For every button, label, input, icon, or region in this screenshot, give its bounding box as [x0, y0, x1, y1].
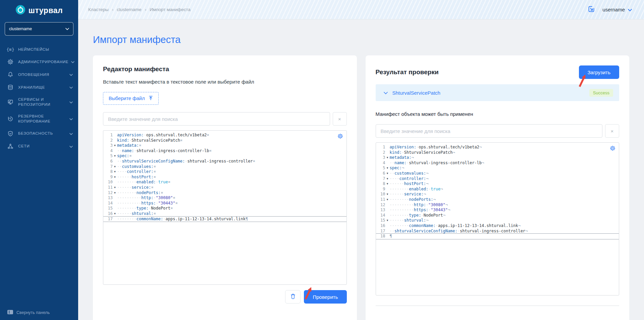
fold-arrow-icon[interactable]: ▾ — [385, 166, 390, 171]
code-line[interactable]: 6▾··customvalues:¬ — [376, 171, 619, 176]
code-line[interactable]: 16▾······shturval:¤ — [103, 211, 346, 217]
code-line[interactable]: 7▾··customvalues:¤ — [103, 164, 346, 170]
code-line[interactable]: 4··name:·shturval-ingress-controller-lb¬ — [376, 161, 619, 166]
line-number: 2 — [376, 150, 385, 155]
code-line[interactable]: 11▾········nodePorts:¬ — [376, 197, 619, 202]
code-text: ····controller:¬ — [390, 176, 619, 182]
result-clear-search-button[interactable]: × — [605, 124, 619, 138]
code-line[interactable]: 14········type:·NodePort¬ — [376, 213, 619, 218]
fold-arrow-icon[interactable]: ▾ — [385, 218, 390, 223]
code-line[interactable]: 8▾······hostPort:¬ — [376, 181, 619, 187]
fold-arrow-icon[interactable]: ▾ — [113, 190, 117, 196]
code-line[interactable]: 2kind:·ShturvalServicePatch¬ — [376, 150, 619, 155]
code-line[interactable]: 15▾······shturval:¬ — [376, 218, 619, 223]
sidebar-item-security[interactable]: БЕЗОПАСНОСТЬ — [0, 128, 78, 139]
result-accordion[interactable]: ShturvalServicePatch Success — [376, 84, 620, 101]
fold-arrow-icon[interactable]: ▾ — [113, 153, 117, 159]
code-line[interactable]: 6··shturvalServiceConfigName:·shturval-i… — [103, 159, 346, 164]
code-line[interactable]: 17··shturvalServiceConfigName:·shturval-… — [376, 229, 619, 234]
line-number: 7 — [376, 176, 385, 182]
breadcrumb-item[interactable]: Импорт манифеста — [150, 7, 191, 12]
code-line[interactable]: 10········enabled:·true¤ — [103, 180, 346, 185]
code-line[interactable]: 10▾······service:¬ — [376, 192, 619, 197]
upload-button[interactable]: Загрузить — [579, 65, 620, 79]
collapse-panel-icon — [7, 310, 13, 315]
shturval-wheel-icon — [15, 5, 25, 16]
fold-arrow-icon[interactable]: ▾ — [385, 192, 390, 197]
code-text: ··customvalues:¤ — [117, 164, 346, 170]
fold-arrow-icon[interactable]: ▾ — [113, 143, 117, 148]
fold-arrow-icon[interactable]: ▾ — [385, 197, 390, 202]
status-badge: Success — [589, 89, 613, 97]
user-menu[interactable]: username — [602, 7, 632, 12]
sidebar-item-label: ХРАНИЛИЩЕ — [18, 85, 45, 90]
sidebar-item-namespaces[interactable]: {≡}НЕЙМСПЕЙСЫ — [0, 44, 78, 55]
code-text: metadata:¤ — [117, 143, 346, 148]
code-line[interactable]: 1apiVersion:·ops.shturval.tech/v1beta2¬ — [376, 145, 619, 150]
fold-arrow-icon[interactable]: ▾ — [113, 169, 117, 175]
code-line[interactable]: 11▾······service:¤ — [103, 185, 346, 190]
code-line[interactable]: 3▾metadata:¬ — [376, 155, 619, 161]
breadcrumb-item[interactable]: clustername — [117, 7, 142, 12]
sidebar-item-administration[interactable]: АДМИНИСТРИРОВАНИЕ — [0, 56, 78, 67]
sidebar-item-alerts[interactable]: ОПОВЕЩЕНИЯ — [0, 69, 78, 80]
code-text: ··········http:·"30080"¬ — [390, 202, 619, 208]
line-number: 3 — [103, 143, 113, 148]
fold-arrow-icon[interactable]: ▾ — [113, 164, 117, 170]
fold-arrow-icon[interactable]: ▾ — [113, 185, 117, 190]
cluster-select[interactable]: clustername — [5, 22, 73, 36]
code-line[interactable]: 9▾······hostPort:¤ — [103, 175, 346, 180]
code-line[interactable]: 13··········https:·"30443"¬ — [376, 208, 619, 213]
clear-search-button[interactable]: × — [333, 112, 347, 126]
fold-arrow-icon[interactable]: ▾ — [113, 175, 117, 180]
code-line[interactable]: 9········enabled:·true¬ — [376, 187, 619, 192]
fold-arrow-icon[interactable]: ▾ — [113, 211, 117, 217]
storage-icon — [7, 84, 14, 90]
fold-spacer — [385, 229, 390, 234]
sidebar-item-backup[interactable]: РЕЗЕРВНОЕ КОПИРОВАНИЕ — [0, 111, 78, 127]
code-line[interactable]: 15········type:·NodePort¤ — [103, 206, 346, 211]
editor-settings-gear-icon[interactable] — [610, 145, 615, 152]
fold-arrow-icon[interactable]: ▾ — [385, 171, 390, 176]
chevron-down-icon — [69, 85, 73, 89]
fold-arrow-icon[interactable]: ▾ — [385, 176, 390, 182]
collapse-panel-button[interactable]: Свернуть панель — [7, 310, 50, 315]
code-line[interactable]: 5▾spec:¬ — [376, 166, 619, 171]
line-number: 7 — [103, 164, 113, 170]
result-code-editor[interactable]: 1apiVersion:·ops.shturval.tech/v1beta2¬2… — [376, 142, 620, 295]
code-line[interactable]: 1apiVersion:·ops.shturval.tech/v1beta2¤ — [103, 133, 346, 138]
code-line[interactable]: 12··········http:·"30080"¬ — [376, 202, 619, 208]
code-line[interactable]: 7▾····controller:¬ — [376, 176, 619, 182]
editor-settings-gear-icon[interactable] — [337, 133, 343, 140]
check-button[interactable]: Проверить — [304, 290, 346, 304]
result-search-input[interactable] — [376, 124, 603, 138]
exit-cluster-icon[interactable] — [588, 5, 595, 14]
code-line[interactable]: 12▾········nodePorts:¤ — [103, 190, 346, 196]
code-line[interactable]: 2kind:·ShturvalServicePatch¤ — [103, 138, 346, 143]
sidebar-item-services-repos[interactable]: СЕРВИСЫ И РЕПОЗИТОРИИ — [0, 94, 78, 110]
line-number: 15 — [376, 218, 385, 223]
code-line[interactable]: 5▾spec:¤ — [103, 153, 346, 159]
choose-file-button[interactable]: Выберите файл — [103, 92, 159, 105]
chevron-down-icon — [384, 90, 388, 96]
line-number: 15 — [103, 206, 113, 211]
code-line[interactable]: 17········commonName:·apps.ip-11-12-13-1… — [103, 217, 346, 222]
code-line[interactable]: 3▾metadata:¤ — [103, 143, 346, 148]
breadcrumb-item[interactable]: Кластеры — [88, 7, 109, 12]
code-line[interactable]: 13··········http:·"30080"¤ — [103, 195, 346, 201]
code-line[interactable]: 18¶ — [376, 234, 619, 239]
code-line[interactable]: 4··name:·shturval-ingress-controller-lb¤ — [103, 148, 346, 154]
search-input[interactable] — [103, 112, 330, 126]
fold-arrow-icon[interactable]: ▾ — [385, 155, 390, 161]
code-line[interactable]: 8▾····controller:¤ — [103, 169, 346, 175]
result-message: Манифест объекта может быть применен — [376, 111, 620, 117]
code-line[interactable]: 16········commonName:·apps.ip-11-12-13-1… — [376, 223, 619, 229]
sidebar-item-storage[interactable]: ХРАНИЛИЩЕ — [0, 82, 78, 93]
fold-arrow-icon[interactable]: ▾ — [385, 181, 390, 187]
manifest-code-editor[interactable]: 1apiVersion:·ops.shturval.tech/v1beta2¤2… — [103, 130, 347, 285]
fold-spacer — [113, 206, 117, 211]
code-text: ··········https:·"30443"¤ — [117, 201, 346, 206]
clear-editor-trash-button[interactable] — [285, 290, 301, 304]
code-line[interactable]: 14··········https:·"30443"¤ — [103, 201, 346, 206]
sidebar-item-networks[interactable]: СЕТИ — [0, 141, 78, 152]
